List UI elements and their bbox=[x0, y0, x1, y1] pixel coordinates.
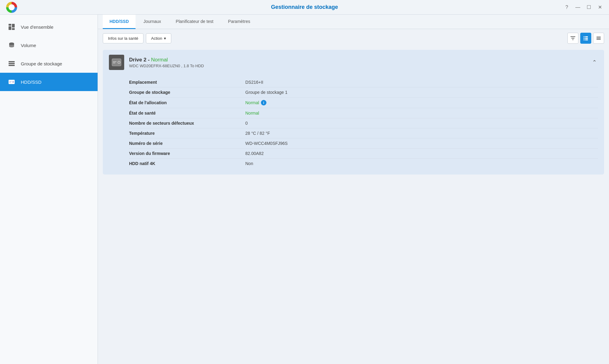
detail-label: Numéro de série bbox=[129, 141, 245, 146]
drive-name: Drive 2 bbox=[129, 57, 147, 63]
health-info-button[interactable]: Infos sur la santé bbox=[103, 33, 143, 43]
svg-rect-26 bbox=[113, 61, 117, 62]
action-label: Action bbox=[151, 36, 162, 41]
sidebar-item-volume[interactable]: Volume bbox=[0, 36, 98, 54]
drive-icon bbox=[109, 55, 124, 70]
detail-row: EmplacementDS216+II bbox=[129, 77, 598, 87]
detail-label: État de l'allocation bbox=[129, 100, 245, 105]
svg-point-25 bbox=[118, 62, 120, 63]
help-button[interactable]: ? bbox=[564, 5, 570, 10]
drive-subtitle: WDC WD20EFRX-68EUZN0 , 1.8 To HDD bbox=[129, 64, 586, 68]
detail-label: Version du firmware bbox=[129, 151, 245, 156]
toolbar-right bbox=[567, 33, 604, 44]
detail-value: WD-WCC4M0SFJ96S bbox=[245, 141, 288, 146]
storage-group-icon bbox=[7, 59, 16, 68]
titlebar: Gestionnaire de stockage ? — ☐ ✕ bbox=[0, 0, 609, 15]
detail-row: Version du firmware82.00A82 bbox=[129, 149, 598, 159]
svg-rect-16 bbox=[585, 38, 588, 39]
detail-row: État de santéNormal bbox=[129, 108, 598, 118]
svg-rect-1 bbox=[9, 26, 11, 30]
detail-label: Température bbox=[129, 131, 245, 136]
sidebar-label-vue-ensemble: Vue d'ensemble bbox=[21, 24, 54, 30]
detail-label: Nombre de secteurs défectueux bbox=[129, 121, 245, 126]
detail-row: Groupe de stockageGroupe de stockage 1 bbox=[129, 87, 598, 97]
sidebar: Vue d'ensemble Volume Groupe de stocka bbox=[0, 15, 98, 364]
volume-icon bbox=[7, 41, 16, 50]
window-controls: ? — ☐ ✕ bbox=[564, 4, 603, 10]
sidebar-label-groupe-stockage: Groupe de stockage bbox=[21, 61, 62, 66]
detail-row: Numéro de sérieWD-WCC4M0SFJ96S bbox=[129, 138, 598, 149]
drive-title: Drive 2 - Normal bbox=[129, 57, 586, 63]
sidebar-item-hdd-ssd[interactable]: HDD/SSD bbox=[0, 73, 98, 91]
svg-rect-19 bbox=[596, 37, 601, 37]
svg-point-10 bbox=[13, 82, 14, 83]
drive-header-info: Drive 2 - Normal WDC WD20EFRX-68EUZN0 , … bbox=[129, 57, 586, 68]
svg-rect-2 bbox=[12, 24, 15, 28]
detail-value: Groupe de stockage 1 bbox=[245, 90, 288, 95]
drive-header: Drive 2 - Normal WDC WD20EFRX-68EUZN0 , … bbox=[103, 50, 604, 75]
svg-rect-3 bbox=[12, 28, 15, 30]
svg-rect-17 bbox=[584, 39, 585, 40]
maximize-button[interactable]: ☐ bbox=[586, 4, 592, 10]
tab-hdd-ssd[interactable]: HDD/SSD bbox=[103, 15, 136, 29]
drive-title-sep: - bbox=[148, 57, 151, 63]
svg-rect-7 bbox=[9, 65, 15, 66]
drive-details: EmplacementDS216+IIGroupe de stockageGro… bbox=[103, 75, 604, 175]
info-badge[interactable]: i bbox=[261, 100, 266, 105]
detail-value: 82.00A82 bbox=[245, 151, 264, 156]
svg-rect-20 bbox=[596, 38, 601, 39]
action-button[interactable]: Action ▾ bbox=[146, 33, 171, 43]
detail-value: Non bbox=[245, 161, 253, 166]
action-dropdown-icon: ▾ bbox=[164, 36, 166, 41]
svg-rect-5 bbox=[9, 61, 15, 62]
hdd-icon bbox=[7, 78, 16, 86]
sidebar-label-volume: Volume bbox=[21, 43, 36, 48]
sidebar-item-vue-ensemble[interactable]: Vue d'ensemble bbox=[0, 18, 98, 36]
svg-rect-21 bbox=[596, 39, 601, 40]
overview-icon bbox=[7, 23, 16, 31]
detail-row: HDD natif 4KNon bbox=[129, 159, 598, 168]
svg-rect-13 bbox=[584, 36, 585, 37]
detail-value: DS216+II bbox=[245, 80, 263, 85]
svg-rect-27 bbox=[113, 63, 115, 63]
svg-rect-6 bbox=[9, 63, 15, 64]
svg-rect-15 bbox=[584, 38, 585, 39]
detail-label: Emplacement bbox=[129, 80, 245, 85]
detail-value: Normal bbox=[245, 111, 259, 116]
detail-label: État de santé bbox=[129, 111, 245, 116]
svg-rect-11 bbox=[9, 81, 12, 82]
app-title: Gestionnaire de stockage bbox=[271, 4, 338, 10]
tab-journaux[interactable]: Journaux bbox=[137, 15, 168, 29]
svg-rect-12 bbox=[9, 82, 11, 83]
detail-row: État de l'allocationNormali bbox=[129, 97, 598, 108]
toolbar: Infos sur la santé Action ▾ bbox=[98, 29, 609, 47]
sidebar-item-groupe-stockage[interactable]: Groupe de stockage bbox=[0, 54, 98, 73]
detail-label: HDD natif 4K bbox=[129, 161, 245, 166]
sidebar-label-hdd-ssd: HDD/SSD bbox=[21, 79, 42, 85]
close-button[interactable]: ✕ bbox=[597, 4, 603, 10]
svg-rect-18 bbox=[585, 39, 588, 40]
svg-rect-14 bbox=[585, 36, 588, 37]
minimize-button[interactable]: — bbox=[575, 5, 581, 10]
filter-button[interactable] bbox=[567, 33, 578, 44]
svg-rect-0 bbox=[9, 24, 11, 26]
drive-panel: Drive 2 - Normal WDC WD20EFRX-68EUZN0 , … bbox=[103, 50, 604, 175]
detail-row: Température28 °C / 82 °F bbox=[129, 128, 598, 138]
detail-value: 28 °C / 82 °F bbox=[245, 131, 270, 136]
app-logo bbox=[6, 2, 17, 13]
content-area: HDD/SSD Journaux Planificateur de test P… bbox=[98, 15, 609, 364]
detail-label: Groupe de stockage bbox=[129, 90, 245, 95]
tab-planificateur[interactable]: Planificateur de test bbox=[169, 15, 220, 29]
drive-status-label: Normal bbox=[151, 57, 168, 63]
list-view-button[interactable] bbox=[580, 33, 591, 44]
app-container: Vue d'ensemble Volume Groupe de stocka bbox=[0, 15, 609, 364]
detail-row: Nombre de secteurs défectueux0 bbox=[129, 118, 598, 128]
detail-value: 0 bbox=[245, 121, 248, 126]
detail-value: Normali bbox=[245, 100, 266, 105]
tabs-bar: HDD/SSD Journaux Planificateur de test P… bbox=[98, 15, 609, 29]
drive-collapse-button[interactable]: ⌃ bbox=[591, 58, 598, 67]
menu-view-button[interactable] bbox=[593, 33, 604, 44]
tab-parametres[interactable]: Paramètres bbox=[221, 15, 257, 29]
